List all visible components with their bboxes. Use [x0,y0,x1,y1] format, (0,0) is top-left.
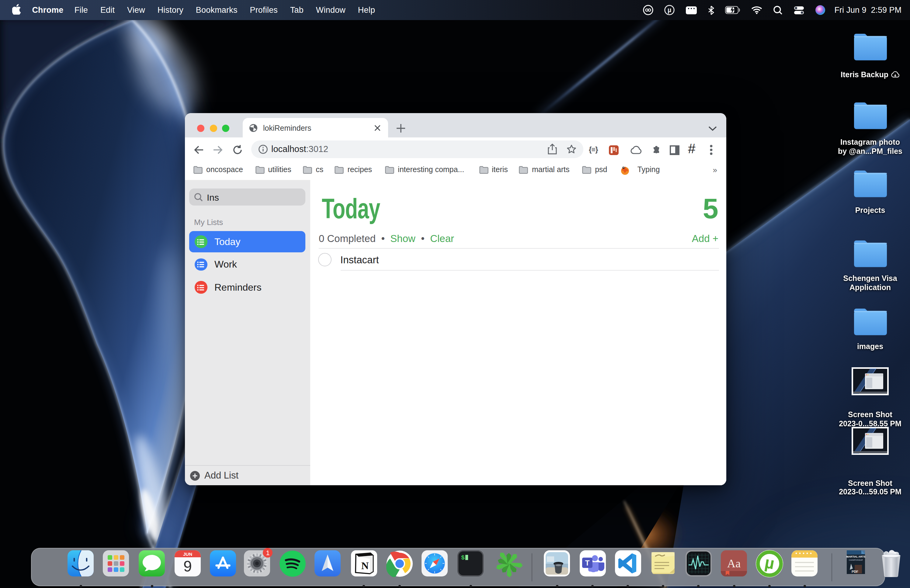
svg-text:$: $ [461,554,465,561]
svg-text:CHAMPIONSHIP: CHAMPIONSHIP [849,559,863,561]
svg-text:9: 9 [183,558,192,575]
svg-text:µ: µ [667,6,671,14]
svg-text:N: N [361,560,369,571]
svg-text:T: T [585,559,590,567]
svg-text:PDF: PDF [852,570,858,573]
svg-text:MARTIAL ARTS: MARTIAL ARTS [847,555,866,558]
svg-text:JUN: JUN [183,551,192,557]
svg-text:Aa: Aa [727,557,740,570]
